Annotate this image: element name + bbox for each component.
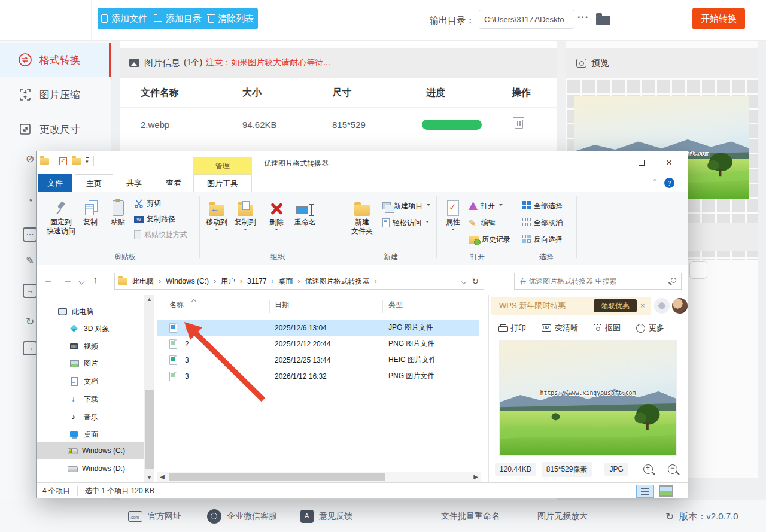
breadcrumb-drive-c[interactable]: Windows (C:) — [166, 277, 221, 285]
scrollbar-thumb[interactable] — [145, 390, 154, 469]
breadcrumb-desktop[interactable]: 桌面 — [279, 276, 305, 287]
thumbnail-view-toggle[interactable] — [659, 485, 673, 497]
search-input[interactable] — [515, 273, 681, 289]
help-button[interactable]: ? — [664, 178, 674, 188]
address-dropdown-chevron-icon[interactable] — [461, 279, 466, 284]
sidebar-item-image-compress[interactable]: 图片压缩 — [0, 80, 111, 109]
refresh-icon[interactable]: ↻ — [472, 276, 479, 286]
copy-to-button[interactable]: 复制到 — [232, 196, 259, 232]
qat-customize-chevron-icon[interactable]: ▾ — [86, 157, 89, 165]
output-dir-input[interactable] — [479, 10, 574, 29]
qat-properties-icon[interactable] — [59, 157, 67, 165]
back-arrow-icon[interactable]: ← — [44, 275, 53, 285]
zoom-in-icon[interactable] — [643, 464, 653, 474]
zoom-out-icon[interactable] — [668, 464, 677, 474]
list-col-name[interactable]: 名称 — [169, 300, 184, 310]
add-file-button[interactable]: 添加文件 — [98, 8, 151, 29]
delete-row-icon[interactable] — [515, 120, 523, 129]
details-view-toggle[interactable] — [636, 485, 654, 498]
rename-button[interactable]: 重命名 — [290, 196, 320, 227]
user-avatar[interactable] — [672, 298, 688, 314]
sidebar-icon-stub[interactable]: ◔ — [23, 194, 37, 208]
copy-button[interactable]: 复制 — [77, 196, 104, 227]
sidebar-icon-stub[interactable]: → — [23, 341, 37, 355]
select-none-button[interactable]: 全部取消 — [522, 216, 563, 229]
footer-website-link[interactable]: 官方网址 — [128, 500, 181, 532]
sidebar-icon-stub[interactable]: ⋯ — [23, 227, 37, 242]
maximize-button[interactable] — [628, 151, 655, 174]
print-button[interactable]: 打印 — [498, 323, 526, 333]
list-col-date[interactable]: 日期 — [275, 300, 289, 310]
nav-item-this-pc[interactable]: 此电脑 — [37, 303, 144, 320]
breadcrumb-current-folder[interactable]: 优速图片格式转换器 — [305, 276, 382, 287]
sidebar-icon-stub[interactable]: ↻ — [23, 315, 37, 329]
tab-share[interactable]: 共享 — [115, 174, 153, 192]
scroll-down-arrow-icon[interactable]: ▼ — [144, 473, 154, 482]
nav-item-downloads[interactable]: 下载 — [37, 391, 144, 408]
edit-button[interactable]: 编辑 — [469, 216, 496, 229]
paste-button[interactable]: 粘贴 — [105, 196, 131, 227]
sidebar-icon-stub[interactable]: ⊘ — [23, 152, 37, 166]
scroll-right-arrow-icon[interactable]: ▶ — [471, 472, 481, 482]
footer-batch-rename-link[interactable]: 文件批量重命名 — [441, 500, 500, 532]
nav-item-desktop[interactable]: 桌面 — [37, 426, 144, 443]
paste-shortcut-button[interactable]: 粘贴快捷方式 — [134, 228, 187, 241]
nav-item-pictures[interactable]: 图片 — [37, 355, 144, 372]
list-col-type[interactable]: 类型 — [388, 300, 403, 310]
collapse-ribbon-chevron-icon[interactable]: ⌃ — [652, 178, 658, 186]
cut-button[interactable]: 剪切 — [134, 197, 161, 210]
member-gem-icon[interactable] — [654, 298, 670, 314]
breadcrumb-users[interactable]: 用户 — [221, 276, 247, 287]
up-arrow-icon[interactable]: ↑ — [93, 275, 98, 285]
start-convert-button[interactable]: 开始转换 — [692, 8, 745, 29]
nav-item-music[interactable]: 音乐 — [37, 409, 144, 425]
nav-item-documents[interactable]: 文档 — [37, 373, 144, 390]
breadcrumb-this-pc[interactable]: 此电脑 — [132, 276, 166, 287]
more-button[interactable]: 更多 — [636, 323, 664, 333]
minimize-button[interactable] — [600, 151, 628, 174]
wps-claim-button[interactable]: 领取优惠 — [594, 299, 637, 312]
move-to-button[interactable]: 移动到 — [203, 196, 230, 232]
footer-wechat-support-link[interactable]: 企业微信客服 — [207, 500, 277, 532]
horizontal-scrollbar[interactable]: ◀ ▶ — [157, 472, 481, 482]
recent-locations-chevron-icon[interactable] — [79, 279, 85, 285]
open-button[interactable]: 打开 — [469, 199, 503, 212]
hidden-control-stub[interactable] — [689, 261, 707, 279]
new-item-button[interactable]: 新建项目 — [382, 199, 430, 212]
breadcrumb-user[interactable]: 31177 — [247, 277, 278, 285]
qat-folder-icon[interactable] — [40, 158, 49, 165]
table-row[interactable]: 2.webp 94.62KB 815*529 — [120, 108, 557, 142]
pin-to-quick-access-button[interactable]: 固定到 快速访问 — [42, 196, 80, 236]
close-button[interactable]: × — [655, 151, 683, 174]
footer-lossless-upscale-link[interactable]: 图片无损放大 — [537, 500, 588, 532]
tab-file[interactable]: 文件 — [38, 174, 72, 192]
copy-path-button[interactable]: W 复制路径 — [134, 212, 175, 226]
invert-selection-button[interactable]: 反向选择 — [522, 233, 563, 246]
select-all-button[interactable]: 全部选择 — [522, 199, 563, 212]
browse-more-button[interactable]: ··· — [577, 12, 589, 23]
sidebar-item-resize[interactable]: 更改尺寸 — [0, 115, 111, 144]
qat-newfolder-icon[interactable] — [72, 158, 81, 165]
nav-item-videos[interactable]: 视频 — [37, 338, 144, 355]
nav-item-drive-c[interactable]: Windows (C:) — [37, 442, 144, 459]
open-output-folder-icon[interactable] — [596, 16, 610, 25]
footer-feedback-link[interactable]: 意见反馈 — [300, 500, 352, 532]
history-button[interactable]: 历史记录 — [469, 233, 510, 246]
forward-arrow-icon[interactable]: → — [63, 275, 72, 285]
tab-picture-tools[interactable]: 图片工具 — [193, 174, 252, 192]
manage-context-tab[interactable]: 管理 — [193, 157, 252, 174]
tab-home[interactable]: 主页 — [75, 174, 113, 192]
nav-item-3d-objects[interactable]: 3D 对象 — [37, 320, 144, 337]
wps-close-icon[interactable]: × — [640, 301, 645, 310]
scroll-left-arrow-icon[interactable]: ◀ — [157, 472, 167, 482]
sidebar-icon-stub[interactable]: → — [23, 284, 37, 298]
add-folder-button[interactable]: 添加目录 — [151, 8, 204, 29]
tab-view[interactable]: 查看 — [155, 174, 192, 192]
new-folder-button[interactable]: 新建 文件夹 — [346, 196, 378, 236]
explorer-preview-image[interactable]: https://www.xingyousoft.com — [500, 341, 676, 455]
scroll-up-arrow-icon[interactable]: ▲ — [144, 295, 154, 304]
tree-scrollbar[interactable]: ▲ ▼ — [144, 295, 154, 482]
sidebar-item-format-convert[interactable]: 格式转换 — [0, 43, 111, 77]
update-refresh-icon[interactable]: ↻ — [665, 510, 674, 523]
easy-access-button[interactable]: 轻松访问 — [382, 216, 429, 229]
